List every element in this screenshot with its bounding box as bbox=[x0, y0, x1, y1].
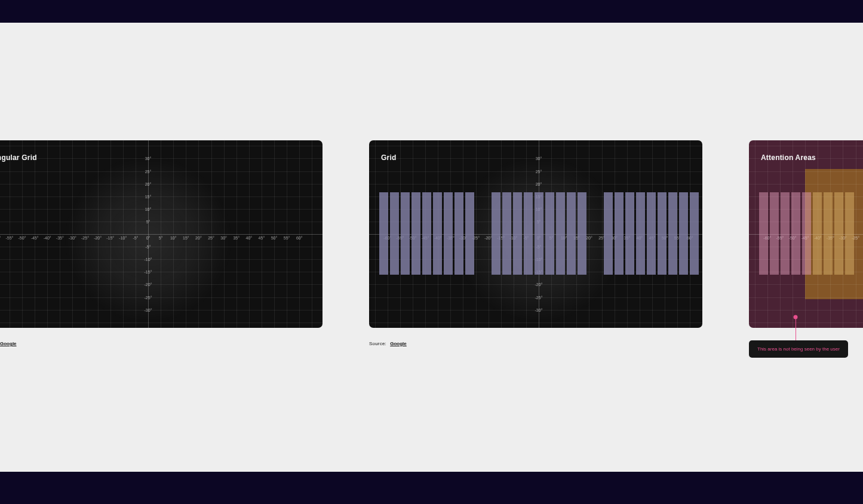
axis-tick-y: -20° bbox=[145, 282, 152, 287]
layout-column bbox=[636, 192, 645, 275]
layout-column bbox=[824, 192, 833, 275]
axis-tick-y: -15° bbox=[145, 270, 152, 274]
layout-column bbox=[658, 192, 667, 275]
grid-card: -60°-55°-50°-45°-40°-35°-30°-25°-20°-15°… bbox=[369, 140, 702, 328]
layout-column bbox=[802, 192, 811, 275]
axis-tick-y: 15° bbox=[145, 194, 152, 198]
axis-tick-y: -25° bbox=[535, 295, 543, 299]
axis-tick-y: -25° bbox=[145, 295, 152, 299]
axis-tick-x: 45° bbox=[259, 236, 265, 240]
axis-tick-y: 30° bbox=[145, 156, 152, 161]
layout-column bbox=[567, 192, 576, 275]
axis-tick-x: 5° bbox=[159, 236, 163, 240]
axis-tick-y: 10° bbox=[145, 207, 152, 211]
source-link[interactable]: Google bbox=[0, 341, 17, 346]
layout-column bbox=[578, 192, 586, 275]
callout-box: This area is not being seen by the user bbox=[749, 340, 848, 358]
card-title: Attention Areas bbox=[761, 153, 816, 162]
attention-areas-card: -60°-55°-50°-45°-40°-35°-30°-25°-20°-15°… bbox=[749, 140, 863, 328]
axis-tick-y: -30° bbox=[535, 308, 543, 312]
layout-column bbox=[444, 192, 453, 275]
axis-tick-x: 60° bbox=[296, 236, 303, 240]
layout-column bbox=[813, 192, 822, 275]
layout-column bbox=[834, 192, 843, 275]
axis-tick-y: -10° bbox=[145, 257, 152, 262]
axis-tick-x: -25° bbox=[81, 236, 89, 240]
axis-tick-y: 20° bbox=[145, 182, 152, 186]
layout-column bbox=[845, 192, 854, 275]
bottom-bar bbox=[0, 472, 863, 504]
card-title: Angular Grid bbox=[0, 153, 37, 162]
layout-column bbox=[524, 192, 533, 275]
layout-column bbox=[545, 192, 554, 275]
layout-column bbox=[502, 192, 511, 275]
axis-tick-y: -30° bbox=[145, 308, 152, 312]
layout-column bbox=[433, 192, 442, 275]
angular-grid-card: -60°-55°-50°-45°-40°-35°-30°-25°-20°-15°… bbox=[0, 140, 323, 328]
card-title: Grid bbox=[381, 153, 396, 162]
axis-tick-y: 25° bbox=[536, 169, 542, 173]
layout-column bbox=[556, 192, 565, 275]
axis-tick-x: 30° bbox=[220, 236, 227, 240]
angular-grid: -60°-55°-50°-45°-40°-35°-30°-25°-20°-15°… bbox=[0, 140, 323, 328]
axis-tick-x: 50° bbox=[271, 236, 278, 240]
axis-tick-x: -15° bbox=[106, 236, 114, 240]
axis-tick-x: -55° bbox=[5, 236, 13, 240]
layout-column bbox=[390, 192, 399, 275]
column-overlay bbox=[369, 192, 702, 275]
axis-tick-y: 20° bbox=[536, 182, 542, 186]
layout-column bbox=[492, 192, 500, 275]
axis-tick-y: 25° bbox=[145, 169, 152, 173]
axis-tick-x: -30° bbox=[69, 236, 76, 240]
layout-column bbox=[625, 192, 634, 275]
axis-tick-x: 40° bbox=[246, 236, 253, 240]
layout-column bbox=[604, 192, 613, 275]
layout-column bbox=[668, 192, 677, 275]
layout-column bbox=[679, 192, 688, 275]
source-link[interactable]: Google bbox=[390, 341, 407, 346]
source-caption: Google bbox=[0, 341, 17, 346]
layout-column bbox=[535, 192, 543, 275]
axis-tick-x: -20° bbox=[94, 236, 102, 240]
layout-column bbox=[454, 192, 463, 275]
axis-tick-y: 30° bbox=[536, 156, 542, 161]
axis-tick-x: -60° bbox=[0, 236, 1, 240]
layout-column bbox=[513, 192, 522, 275]
axis-tick-x: -45° bbox=[31, 236, 39, 240]
axis-tick-x: 55° bbox=[284, 236, 290, 240]
axis-tick-x: 25° bbox=[208, 236, 214, 240]
axis-tick-x: -40° bbox=[44, 236, 51, 240]
source-caption: Source: Google bbox=[369, 341, 407, 346]
callout-text: This area is not being seen by the user bbox=[757, 346, 840, 352]
layout-column bbox=[411, 192, 420, 275]
layout-column bbox=[422, 192, 431, 275]
axis-tick-x: -50° bbox=[19, 236, 26, 240]
axis-tick-x: 10° bbox=[170, 236, 177, 240]
axis-tick-x: -5° bbox=[133, 236, 138, 240]
axis-tick-x: 15° bbox=[183, 236, 189, 240]
axis-tick-x: 0° bbox=[146, 236, 151, 240]
axis-tick-x: 35° bbox=[233, 236, 239, 240]
axis-tick-x: -10° bbox=[119, 236, 127, 240]
canvas: -60°-55°-50°-45°-40°-35°-30°-25°-20°-15°… bbox=[0, 23, 863, 472]
layout-column bbox=[690, 192, 699, 275]
axis-tick-y: -20° bbox=[535, 282, 543, 287]
axis-tick-x: -35° bbox=[56, 236, 64, 240]
layout-column bbox=[770, 192, 779, 275]
layout-column bbox=[647, 192, 656, 275]
layout-column bbox=[781, 192, 790, 275]
layout-column bbox=[791, 192, 800, 275]
source-label: Source: bbox=[369, 341, 386, 346]
layout-column bbox=[379, 192, 388, 275]
axis-tick-y: 5° bbox=[146, 219, 151, 223]
top-bar bbox=[0, 0, 863, 23]
layout-column bbox=[615, 192, 624, 275]
attention-columns bbox=[749, 192, 863, 275]
axis-tick-y: -5° bbox=[145, 245, 151, 249]
layout-column bbox=[465, 192, 474, 275]
layout-column bbox=[401, 192, 410, 275]
layout-column bbox=[759, 192, 768, 275]
axis-tick-x: 20° bbox=[195, 236, 202, 240]
